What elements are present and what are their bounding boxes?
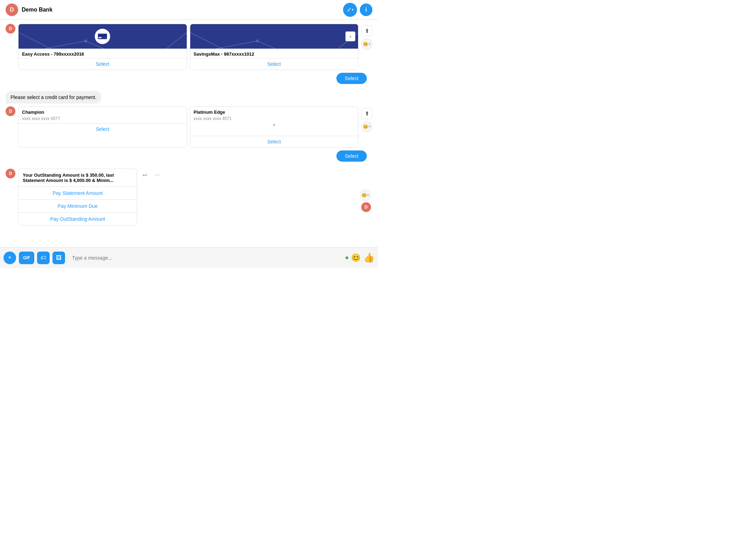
header-right: ✓▾ i <box>343 3 372 17</box>
savings-max-arrow[interactable]: › <box>345 31 355 41</box>
easy-access-select[interactable]: Select <box>19 58 187 70</box>
card-panel-1: Easy Access - 789xxxxx2016 Select › <box>18 24 358 70</box>
emoji-add-2[interactable]: 😊+ <box>361 121 372 132</box>
side-actions-1: ⬆ 😊+ <box>361 24 372 50</box>
pay-statement-option[interactable]: Pay Statement Amount <box>19 187 137 200</box>
share-button-2[interactable]: ⬆ <box>361 108 372 119</box>
savings-max-label: SavingsMax - 987xxxxx1012 <box>190 49 358 58</box>
avatar-section1: D <box>6 24 15 34</box>
svg-line-1 <box>86 41 144 49</box>
prompt-bubble: Please select a credit card for payment. <box>6 91 101 104</box>
platinum-edge-card: Platinum Edge xxxx xxxx xxxx 4571 › Sele… <box>190 106 359 148</box>
card-icon <box>95 29 110 44</box>
bank-cards-row-1: D <box>6 24 372 70</box>
champion-select[interactable]: Select <box>19 123 187 135</box>
share-button-1[interactable]: ⬆ <box>361 25 372 36</box>
savings-max-card: › SavingsMax - 987xxxxx1012 Select <box>190 24 359 70</box>
gif-button[interactable]: GIF <box>19 252 34 264</box>
easy-access-image <box>19 24 187 49</box>
champion-label: Champion <box>19 107 187 116</box>
reply-button[interactable]: ↩ <box>140 170 150 180</box>
online-status <box>345 256 348 259</box>
bottom-bar: + GIF 🏷 🖼 😊 👍 <box>0 247 378 268</box>
photo-button[interactable]: 🖼 <box>52 252 65 264</box>
easy-access-label: Easy Access - 789xxxxx2016 <box>19 49 187 58</box>
svg-line-0 <box>19 41 86 49</box>
savings-max-select[interactable]: Select <box>190 58 358 70</box>
header: D Demo Bank ✓▾ i <box>0 0 378 20</box>
payment-card: Your OutStanding Amount is $ 350.00, las… <box>18 169 137 226</box>
payment-row: D Your OutStanding Amount is $ 350.00, l… <box>6 169 372 226</box>
emoji-add-1[interactable]: 😊+ <box>361 38 372 50</box>
message-input[interactable] <box>68 252 343 263</box>
svg-rect-8 <box>99 37 101 38</box>
svg-line-12 <box>190 33 274 49</box>
champion-card: Champion xxxx xxxx xxxx 4577 Select <box>18 106 187 148</box>
platinum-edge-arrow[interactable]: › <box>269 120 279 129</box>
platinum-edge-select[interactable]: Select <box>190 136 358 147</box>
avatar: D <box>6 3 18 16</box>
avatar-payment-right: D <box>361 202 371 212</box>
avatar-payment: D <box>6 169 15 178</box>
svg-line-10 <box>257 41 316 49</box>
chat-area: D <box>0 20 378 247</box>
pay-minimum-option[interactable]: Pay Minimum Due <box>19 200 137 213</box>
like-button[interactable]: 👍 <box>363 252 375 263</box>
sticker-button[interactable]: 🏷 <box>37 252 50 264</box>
payment-header: Your OutStanding Amount is $ 350.00, las… <box>19 169 137 187</box>
svg-line-2 <box>144 33 186 49</box>
check-button[interactable]: ✓▾ <box>343 3 357 17</box>
svg-line-3 <box>19 33 102 49</box>
plus-button[interactable]: + <box>3 252 16 264</box>
svg-point-4 <box>84 39 87 43</box>
header-left: D Demo Bank <box>6 3 52 16</box>
info-button[interactable]: i <box>360 3 372 16</box>
pay-outstanding-option[interactable]: Pay OutStanding Amount <box>19 213 137 225</box>
prompt-row: Please select a credit card for payment. <box>6 91 372 104</box>
champion-subtitle: xxxx xxxx xxxx 4577 <box>19 116 187 123</box>
svg-line-9 <box>190 41 257 49</box>
header-title: Demo Bank <box>22 7 52 13</box>
platinum-edge-label: Platinum Edge <box>190 107 358 116</box>
avatar-section2: D <box>6 106 15 116</box>
more-button[interactable]: ··· <box>152 170 162 180</box>
savings-max-image: › <box>190 24 358 49</box>
emoji-button[interactable]: 😊 <box>351 253 361 262</box>
easy-access-card: Easy Access - 789xxxxx2016 Select <box>18 24 187 70</box>
side-actions-2: ⬆ 😊+ <box>361 106 372 132</box>
svg-rect-7 <box>98 35 107 36</box>
bank-cards-row-2: D Champion xxxx xxxx xxxx 4577 Select Pl… <box>6 106 372 148</box>
emoji-add-payment[interactable]: 😊+ <box>360 190 371 201</box>
select-pill-1[interactable]: Select <box>336 73 367 84</box>
svg-point-13 <box>256 39 259 43</box>
card-panel-2: Champion xxxx xxxx xxxx 4577 Select Plat… <box>18 106 358 148</box>
select-pill-2[interactable]: Select <box>336 150 367 162</box>
payment-actions: ↩ ··· <box>140 169 162 180</box>
